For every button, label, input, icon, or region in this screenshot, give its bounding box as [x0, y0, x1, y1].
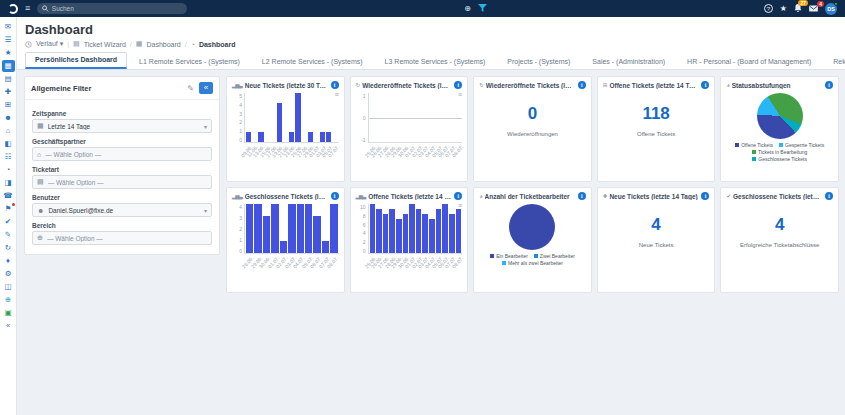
building-icon: ⌂	[37, 151, 41, 158]
user-avatar[interactable]: DS	[825, 3, 837, 15]
sidebar-item-links-icon[interactable]: ⊕	[2, 294, 15, 306]
help-icon[interactable]: ?	[764, 4, 773, 13]
widget-ticketbearbeiter-pie: ◕Anzahl der TicketbearbeiteriEin Bearbei…	[473, 187, 592, 293]
x-axis-labels: 09.06.11.06.13.06.15.06.17.06.19.06.21.0…	[244, 143, 339, 158]
globe-icon[interactable]: ⊕	[464, 5, 471, 13]
ticketart-placeholder: — Wähle Option —	[48, 179, 207, 186]
sidebar-item-logout-icon[interactable]: «	[2, 320, 15, 332]
info-icon[interactable]: i	[454, 192, 462, 200]
widget-title: Offene Tickets (letzte 14 Tage)	[609, 82, 698, 89]
bars	[368, 204, 463, 254]
benutzer-value: Daniel.Spuerl@fixe.de	[48, 207, 200, 214]
info-icon[interactable]: i	[701, 192, 709, 200]
breadcrumb-ticket-wizard[interactable]: Ticket Wizard	[84, 41, 126, 48]
info-icon[interactable]: i	[825, 192, 833, 200]
x-axis-labels: 25.06.26.06.27.06.28.06.29.06.30.06.01.0…	[368, 254, 463, 269]
sidebar-item-dashboard-icon[interactable]: ▦	[2, 60, 15, 72]
info-icon[interactable]: i	[578, 192, 586, 200]
bereich-placeholder: — Wähle Option —	[47, 235, 207, 242]
bar	[305, 204, 312, 253]
sidebar-item-admin-icon[interactable]: ◫	[2, 281, 15, 293]
widget-title: Neue Tickets (letzte 14 Tage)	[609, 193, 698, 200]
geschaeftspartner-select[interactable]: ⌂ — Wähle Option —	[32, 147, 212, 161]
bar	[295, 93, 300, 142]
bar	[258, 132, 263, 142]
zeitspanne-select[interactable]: ▦ Letzte 14 Tage ▾	[32, 119, 212, 133]
sidebar-item-customers-icon[interactable]: ☻	[2, 112, 15, 124]
tab-pers-nliches-dashboard[interactable]: Persönliches Dashboard	[25, 52, 127, 69]
sidebar-item-statistics-icon[interactable]: ◔	[2, 164, 15, 176]
breadcrumb-dashboard[interactable]: Dashboard	[146, 41, 180, 48]
favorites-star-icon[interactable]: ★	[780, 5, 787, 13]
bar-chart: 54321009.06.11.06.13.06.15.06.17.06.19.0…	[232, 93, 339, 158]
info-icon[interactable]: i	[701, 81, 709, 89]
tab-l2-remote-services-systems[interactable]: L2 Remote Services - (Systems)	[252, 54, 373, 69]
info-icon[interactable]: i	[825, 81, 833, 89]
sidebar-item-status-icon[interactable]: ▣	[2, 307, 15, 319]
widget-header: ↻Wiedereröffnete Tickets (letzte 14 Tage…	[356, 81, 463, 89]
hamburger-menu-icon[interactable]: ≡	[25, 4, 30, 13]
info-icon[interactable]: i	[454, 81, 462, 89]
sidebar-item-favorites-icon[interactable]: ★	[2, 47, 15, 59]
widget-wiedereroeffnete-tickets-chart: ↻Wiedereröffnete Tickets (letzte 14 Tage…	[350, 76, 469, 182]
tab-l3-remote-services-systems[interactable]: L3 Remote Services - (Systems)	[375, 54, 496, 69]
sidebar-item-knowledge-base-icon[interactable]: ☷	[2, 151, 15, 163]
sidebar-item-sync-icon[interactable]: ↻	[2, 242, 15, 254]
ticketart-select[interactable]: ▤ — Wähle Option —	[32, 175, 212, 189]
messages-envelope-icon[interactable]: 4	[809, 5, 818, 12]
sidebar-item-calendar-icon[interactable]: ⊞	[2, 99, 15, 111]
sidebar-item-tasks-icon[interactable]: ✔	[2, 216, 15, 228]
sidebar-item-notifications-icon[interactable]: ⚑	[2, 203, 15, 215]
legend-swatch	[502, 261, 506, 265]
info-icon[interactable]: i	[331, 81, 339, 89]
bar	[376, 209, 382, 253]
sidebar-item-chat-icon[interactable]: ◧	[2, 138, 15, 150]
widget-geschlossene-tickets-chart: ▂▅▃Geschlossene Tickets (letzte 14 Tage)…	[226, 187, 345, 293]
x-tick: 07.07.	[332, 143, 338, 158]
app-logo[interactable]	[8, 4, 18, 14]
widget-type-icon: ◕	[726, 82, 728, 88]
filter-funnel-icon[interactable]	[478, 4, 487, 13]
search-input[interactable]	[52, 5, 182, 12]
legend-item: Ein Bearbeiter	[490, 253, 528, 259]
tab-l1-remote-services-systems[interactable]: L1 Remote Services - (Systems)	[129, 54, 250, 69]
tab-projects-systems[interactable]: Projects - (Systems)	[497, 54, 580, 69]
bar	[326, 132, 331, 142]
benutzer-select[interactable]: ☻ Daniel.Spuerl@fixe.de ▾	[32, 203, 212, 217]
chevron-down-icon: ▾	[204, 123, 207, 130]
collapse-panel-button[interactable]: «	[199, 82, 213, 94]
bereich-select[interactable]: ⊕ — Wähle Option —	[32, 231, 212, 245]
legend-swatch	[752, 150, 756, 154]
user-icon: ☻	[37, 207, 44, 214]
tab-hr-personal-board-of-management[interactable]: HR - Personal - (Board of Management)	[677, 54, 821, 69]
sidebar-item-phone-icon[interactable]: ☎	[2, 190, 15, 202]
sidebar-item-tickets-icon[interactable]: ▤	[2, 73, 15, 85]
bar	[277, 103, 282, 142]
sidebar-item-overview-icon[interactable]: ☰	[2, 34, 15, 46]
edit-pencil-icon[interactable]: ✎	[187, 84, 194, 93]
global-search[interactable]	[37, 3, 187, 14]
y-tick-label: 2	[239, 119, 242, 125]
y-tick-label: 4	[239, 102, 242, 108]
legend: Ein BearbeiterZwei BearbeiterMehr als zw…	[479, 253, 586, 266]
info-icon[interactable]: i	[578, 81, 586, 89]
alert-count-badge: 4	[817, 1, 824, 7]
sidebar-item-priorities-icon[interactable]: ♦	[2, 255, 15, 267]
tab-reklamationen-administration[interactable]: Reklamationen - (Administration)	[823, 54, 845, 69]
stat-label: Erfolgreiche Ticketabschlüsse	[726, 242, 833, 248]
bar	[320, 132, 325, 142]
sidebar-item-organizations-icon[interactable]: ⌂	[2, 125, 15, 137]
sidebar-item-settings-icon[interactable]: ⚙	[2, 268, 15, 280]
widget-title: Offene Tickets (letzte 14 Tage)	[368, 193, 451, 200]
top-bar: ≡ ⊕ ? ★ 27 4 DS	[0, 0, 845, 17]
sidebar-item-reports-icon[interactable]: ◨	[2, 177, 15, 189]
sidebar-item-edit-icon[interactable]: ✎	[2, 229, 15, 241]
tab-sales-administration[interactable]: Sales - (Administration)	[582, 54, 675, 69]
sidebar-item-new-ticket-icon[interactable]: ✚	[2, 86, 15, 98]
widget-title: Anzahl der Ticketbearbeiter	[485, 193, 575, 200]
info-icon[interactable]: i	[331, 192, 339, 200]
history-dropdown[interactable]: Verlauf ▾	[36, 40, 63, 48]
notifications-bell-icon[interactable]: 27	[794, 4, 802, 13]
sidebar-item-mail-icon[interactable]: ✉	[2, 21, 15, 33]
legend-label: Offene Tickets	[741, 142, 773, 148]
